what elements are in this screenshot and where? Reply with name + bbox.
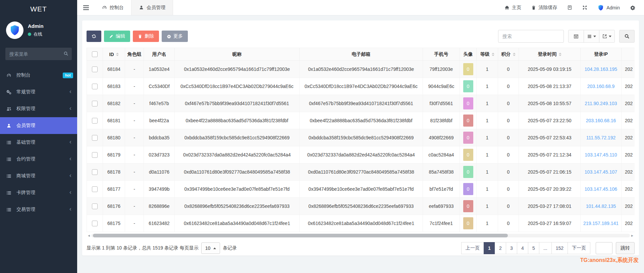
export-button[interactable]: [599, 30, 615, 43]
page-link[interactable]: 3: [506, 242, 517, 254]
tab-console[interactable]: 控制台: [95, 0, 131, 15]
column-header-login_time[interactable]: 登录时间: [519, 48, 581, 61]
tab-member[interactable]: 会员管理: [131, 0, 173, 15]
more-button[interactable]: 更多: [162, 31, 188, 42]
row-checkbox[interactable]: [92, 203, 98, 209]
column-header-score[interactable]: 积分: [498, 48, 519, 61]
page-link[interactable]: 1: [484, 242, 495, 254]
edit-button[interactable]: 编辑: [104, 31, 130, 42]
row-checkbox[interactable]: [92, 101, 98, 106]
cell-phone: c0ac5284a4: [423, 146, 460, 164]
row-checkbox[interactable]: [92, 152, 98, 158]
scrollbar-left-arrow[interactable]: ◄: [87, 234, 91, 237]
row-checkbox[interactable]: [92, 118, 98, 124]
avatar-badge: 0: [463, 200, 473, 212]
page-link[interactable]: ...: [539, 242, 552, 254]
page-link[interactable]: 2: [495, 242, 506, 254]
user-status: 在线: [28, 31, 44, 37]
page-link[interactable]: 152: [551, 242, 568, 254]
login-ip-link[interactable]: 211.90.249.103: [585, 101, 617, 106]
trash-icon: [138, 34, 142, 39]
cell-email: 0x8268896efb5f0525408236d6ce2235eefa6979…: [300, 198, 423, 215]
row-checkbox[interactable]: [92, 186, 98, 192]
trash-icon: [531, 5, 536, 10]
cell-username: 1a0532e4: [144, 61, 175, 78]
row-checkbox[interactable]: [92, 169, 98, 175]
cell-nickname: 0x3947499be10ce6ee3e7ad0e07fe85abf7e51e7…: [175, 181, 300, 198]
sidebar-item-label: 会员管理: [16, 123, 35, 129]
fullscreen-icon-button[interactable]: [582, 5, 587, 10]
page-link[interactable]: 上一页: [461, 242, 484, 254]
login-ip-link[interactable]: 101.44.82.135: [586, 203, 616, 209]
sidebar-item-contract[interactable]: 合约管理‹: [0, 151, 77, 168]
row-checkbox[interactable]: [92, 221, 98, 226]
refresh-button[interactable]: [87, 31, 101, 42]
column-header-id[interactable]: ID: [103, 48, 125, 61]
scrollbar-thumb[interactable]: [93, 234, 508, 237]
cell-avatar: 0: [460, 78, 477, 95]
cell-email: 0x1a0532e460d2cce965794a1661d71c79ff1200…: [300, 61, 423, 78]
column-header-level[interactable]: 等级: [477, 48, 498, 61]
select-all-checkbox[interactable]: [92, 51, 98, 57]
cell-level: 1: [477, 146, 498, 164]
table-search-input[interactable]: [498, 30, 564, 43]
login-ip-link[interactable]: 203.160.68.9: [587, 84, 615, 89]
sidebar-item-auth[interactable]: 权限管理‹: [0, 100, 77, 117]
cogs-icon: [6, 90, 15, 95]
table-row: 68177-3947499b0x3947499be10ce6ee3e7ad0e0…: [87, 181, 635, 198]
login-ip-link[interactable]: 111.55.72.192: [586, 135, 615, 140]
cell-score: 0: [498, 78, 519, 95]
sidebar-item-general[interactable]: 常规管理‹: [0, 84, 77, 100]
login-ip-link[interactable]: 103.147.45.106: [585, 186, 617, 192]
cell-phone: 81f238fdbf: [423, 112, 460, 129]
page-item-next: 下一页: [568, 242, 590, 254]
settings-icon-button[interactable]: [630, 5, 635, 10]
docs-icon-button[interactable]: [567, 5, 572, 10]
page-link[interactable]: 下一页: [568, 242, 590, 254]
row-checkbox[interactable]: [92, 66, 98, 72]
member-table: ID角色组用户名昵称电子邮箱手机号头像等级积分登录时间登录IP 68184-1a…: [87, 48, 635, 232]
sidebar-item-base[interactable]: 基础管理‹: [0, 134, 77, 151]
page-size-select[interactable]: 10: [201, 242, 220, 254]
cell-nickname: 0xbee4f22a8888bac635ad5d7536da3f81f238fd…: [175, 112, 300, 129]
detail-view-button[interactable]: [568, 30, 584, 43]
login-ip-link[interactable]: 103.147.45.110: [585, 152, 617, 157]
columns-button[interactable]: [584, 30, 599, 43]
cell-group: -: [125, 61, 144, 78]
jump-button[interactable]: 跳转: [616, 242, 635, 254]
search-toggle-button[interactable]: [619, 30, 635, 43]
home-link[interactable]: 主页: [504, 5, 521, 11]
cell-score: 0: [498, 61, 519, 78]
login-ip-link[interactable]: 103.147.45.107: [585, 169, 617, 175]
sidebar-item-card[interactable]: 卡牌管理‹: [0, 184, 77, 201]
scrollbar-track[interactable]: [91, 234, 630, 237]
page-link[interactable]: 5: [528, 242, 539, 254]
sidebar-item-console[interactable]: 控制台hot: [0, 67, 77, 84]
clear-cache-link[interactable]: 清除缓存: [531, 5, 557, 11]
jump-page-input[interactable]: [596, 242, 612, 254]
cell-login_time: 2025-05-08 10:55:57: [519, 95, 581, 112]
login-ip-link[interactable]: 104.28.163.195: [585, 66, 617, 72]
admin-menu[interactable]: Admin: [597, 4, 620, 11]
cell-nickname: 0xCc5340DfD18cc1B97e4DC3Ab02Db279044c9aE…: [175, 78, 300, 95]
sidebar-item-member[interactable]: 会员管理: [0, 117, 77, 134]
login-ip-link[interactable]: 203.160.68.16: [586, 118, 616, 123]
cell-login_ip: 103.147.45.106: [581, 181, 622, 198]
detail-view-icon: [574, 34, 579, 39]
cell-level: 1: [477, 215, 498, 232]
cell-username: 023d7323: [144, 146, 175, 164]
login-ip-link[interactable]: 219.157.189.141: [583, 221, 619, 226]
page-link[interactable]: 4: [517, 242, 528, 254]
hamburger-icon[interactable]: [77, 0, 95, 15]
sidebar-item-trade[interactable]: 交易管理‹: [0, 201, 77, 218]
delete-button[interactable]: 删除: [133, 31, 159, 42]
online-dot: [28, 33, 31, 36]
row-checkbox[interactable]: [92, 84, 98, 89]
scrollbar-right-arrow[interactable]: ►: [630, 234, 635, 237]
row-checkbox[interactable]: [92, 135, 98, 141]
cell-login_ip: 103.147.45.107: [581, 164, 622, 181]
cell-group: -: [125, 181, 144, 198]
horizontal-scrollbar[interactable]: ◄ ►: [87, 234, 635, 237]
menu-search-input[interactable]: [5, 48, 72, 60]
sidebar-item-mall[interactable]: 商城管理‹: [0, 168, 77, 184]
